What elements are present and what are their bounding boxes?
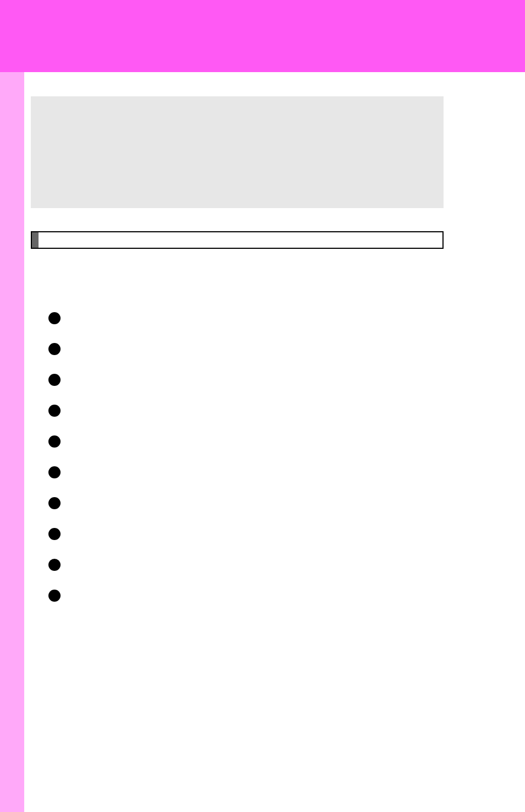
list-item[interactable]	[48, 374, 518, 388]
progress-bar[interactable]	[31, 231, 444, 249]
bullet-icon	[48, 497, 61, 509]
bullet-icon	[48, 559, 61, 571]
main-wrapper	[0, 72, 525, 812]
bullet-icon	[48, 466, 61, 478]
list-item[interactable]	[48, 590, 518, 604]
progress-fill	[32, 232, 39, 248]
bullet-list	[31, 312, 518, 604]
list-item[interactable]	[48, 528, 518, 542]
list-item[interactable]	[48, 466, 518, 481]
hero-image-placeholder	[31, 96, 444, 208]
top-banner	[0, 0, 525, 72]
bullet-icon	[48, 528, 61, 540]
list-item[interactable]	[48, 312, 518, 326]
list-item[interactable]	[48, 497, 518, 511]
list-item[interactable]	[48, 435, 518, 450]
content-panel	[24, 72, 525, 812]
spacer	[31, 208, 518, 231]
bullet-icon	[48, 590, 61, 602]
bullet-icon	[48, 405, 61, 417]
list-item[interactable]	[48, 343, 518, 357]
bullet-icon	[48, 343, 61, 355]
bullet-icon	[48, 374, 61, 386]
spacer	[31, 249, 518, 312]
list-item[interactable]	[48, 405, 518, 419]
bullet-icon	[48, 435, 61, 448]
bullet-icon	[48, 312, 61, 324]
list-item[interactable]	[48, 559, 518, 573]
